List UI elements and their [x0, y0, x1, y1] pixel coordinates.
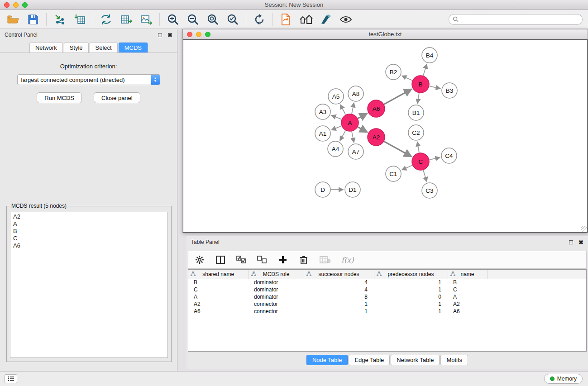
memory-button[interactable]: Memory — [544, 374, 583, 384]
control-tab-select[interactable]: Select — [90, 43, 118, 52]
graph-edge-C-C4[interactable] — [430, 157, 440, 160]
table-cell[interactable]: C — [188, 286, 249, 293]
table-row[interactable]: Adominator80A — [188, 293, 586, 300]
table-cell[interactable]: A2 — [188, 300, 249, 308]
graph-edge-B-B2[interactable] — [402, 76, 412, 81]
table-row[interactable]: A6connector11A6 — [188, 308, 586, 315]
table-cell[interactable]: 0 — [374, 293, 448, 300]
graph-edge-A-A3[interactable] — [331, 115, 341, 119]
table-cell[interactable]: 1 — [374, 300, 448, 308]
table-row[interactable]: Bdominator41B — [188, 279, 586, 286]
graph-edge-B-B4[interactable] — [423, 64, 427, 76]
graph-edge-A-A1[interactable] — [331, 126, 341, 130]
column-header-shared-name[interactable]: shared name — [188, 270, 249, 279]
graph-node-A3[interactable]: A3 — [315, 104, 330, 119]
network-graph[interactable]: B4B2BB3A8A5A6B1A3AC2A1A2A4A7C4CC1C3DD1 — [183, 40, 588, 233]
graph-edge-C-C3[interactable] — [423, 170, 427, 181]
graph-node-A4[interactable]: A4 — [328, 141, 343, 157]
table-cell[interactable]: connector — [249, 308, 304, 315]
graph-edge-A6-B[interactable] — [384, 89, 411, 104]
table-cell[interactable]: A6 — [448, 308, 487, 315]
table-cell[interactable]: C — [448, 286, 487, 293]
close-panel-button[interactable]: Close panel — [94, 92, 140, 103]
graph-node-B2[interactable]: B2 — [386, 64, 401, 80]
graph-node-A1[interactable]: A1 — [315, 126, 330, 141]
control-tab-network[interactable]: Network — [29, 43, 63, 52]
import-table-button[interactable] — [73, 13, 86, 26]
graph-edge-A-A7[interactable] — [352, 132, 354, 143]
graph-node-B1[interactable]: B1 — [408, 105, 424, 120]
graph-node-C1[interactable]: C1 — [386, 166, 401, 181]
control-tab-mcds[interactable]: MCDS — [119, 43, 148, 52]
float-table-panel-icon[interactable] — [569, 240, 573, 244]
node-table[interactable]: shared nameMCDS rolesuccessor nodesprede… — [188, 269, 587, 352]
table-cell[interactable]: 1 — [304, 300, 374, 308]
graph-edge-A-A2[interactable] — [358, 127, 367, 132]
graph-edge-A-A8[interactable] — [352, 103, 354, 114]
resize-grip[interactable] — [581, 226, 587, 232]
graph-node-A[interactable]: A — [341, 114, 359, 131]
column-header-successor-nodes[interactable]: successor nodes — [304, 270, 374, 279]
mcds-result-item[interactable]: C — [10, 235, 167, 242]
graph-edge-C-C2[interactable] — [417, 142, 419, 152]
deselect-all-button[interactable] — [257, 254, 267, 266]
mcds-result-item[interactable]: A — [10, 220, 167, 228]
graph-node-B[interactable]: B — [412, 76, 429, 93]
zoom-fit-button[interactable] — [206, 13, 220, 26]
table-cell[interactable]: dominator — [249, 293, 304, 300]
float-panel-icon[interactable] — [158, 33, 162, 37]
search-field[interactable] — [449, 14, 583, 25]
table-tab-motifs[interactable]: Motifs — [440, 355, 468, 365]
graph-edge-B-B3[interactable] — [430, 86, 440, 88]
export-network-button[interactable] — [100, 13, 113, 26]
open-session-button[interactable] — [6, 13, 20, 26]
table-tab-edge-table[interactable]: Edge Table — [349, 355, 390, 365]
graph-edge-C-C1[interactable] — [402, 165, 412, 170]
criterion-dropdown[interactable]: largest connected component (directed) ▲… — [17, 74, 160, 85]
zoom-in-button[interactable] — [166, 13, 180, 26]
mcds-result-item[interactable]: B — [10, 228, 167, 235]
close-panel-icon[interactable]: ✖ — [167, 32, 172, 38]
table-settings-button[interactable] — [195, 254, 205, 266]
delete-column-button[interactable] — [299, 254, 309, 266]
run-mcds-button[interactable]: Run MCDS — [37, 92, 82, 103]
zoom-out-button[interactable] — [186, 13, 200, 26]
table-row[interactable]: Cdominator41C — [188, 286, 586, 293]
table-tab-network-table[interactable]: Network Table — [391, 355, 440, 365]
table-row[interactable]: A2connector11A2 — [188, 300, 586, 308]
table-cell[interactable]: A2 — [448, 300, 487, 308]
graph-node-B4[interactable]: B4 — [422, 48, 437, 63]
mcds-result-item[interactable]: A2 — [10, 213, 167, 220]
zoom-selected-button[interactable] — [226, 13, 239, 26]
function-builder-button[interactable]: f(x) — [341, 254, 354, 266]
table-cell[interactable]: 4 — [304, 279, 374, 286]
table-cell[interactable]: B — [188, 279, 249, 286]
select-all-button[interactable] — [236, 254, 246, 266]
show-hide-button[interactable] — [339, 13, 353, 26]
graph-edge-B-B1[interactable] — [417, 93, 419, 104]
table-cell[interactable]: 4 — [304, 286, 374, 293]
session-doc-button[interactable] — [279, 13, 293, 26]
table-cell[interactable]: B — [448, 279, 487, 286]
delete-table-button[interactable] — [320, 254, 330, 266]
graph-edge-A-A6[interactable] — [358, 114, 367, 119]
graph-node-D[interactable]: D — [315, 182, 330, 197]
network-canvas[interactable]: B4B2BB3A8A5A6B1A3AC2A1A2A4A7C4CC1C3DD1 — [183, 39, 588, 233]
table-cell[interactable]: dominator — [249, 286, 304, 293]
table-cell[interactable]: 1 — [374, 279, 448, 286]
refresh-layout-button[interactable] — [253, 13, 266, 26]
save-session-button[interactable] — [26, 13, 40, 26]
add-column-button[interactable] — [278, 254, 288, 266]
show-columns-button[interactable] — [215, 254, 225, 266]
graph-edge-A-A4[interactable] — [340, 131, 345, 141]
graph-node-D1[interactable]: D1 — [345, 182, 360, 197]
show-panels-button[interactable] — [5, 374, 17, 383]
table-cell[interactable]: A — [188, 293, 249, 300]
table-cell[interactable]: A6 — [188, 308, 249, 315]
graph-node-A5[interactable]: A5 — [328, 89, 344, 104]
export-image-button[interactable] — [139, 13, 153, 26]
graph-edge-A2-C[interactable] — [384, 142, 411, 157]
style-brush-button[interactable] — [319, 13, 333, 26]
graph-node-A6[interactable]: A6 — [368, 100, 385, 117]
home-button[interactable] — [299, 13, 313, 26]
